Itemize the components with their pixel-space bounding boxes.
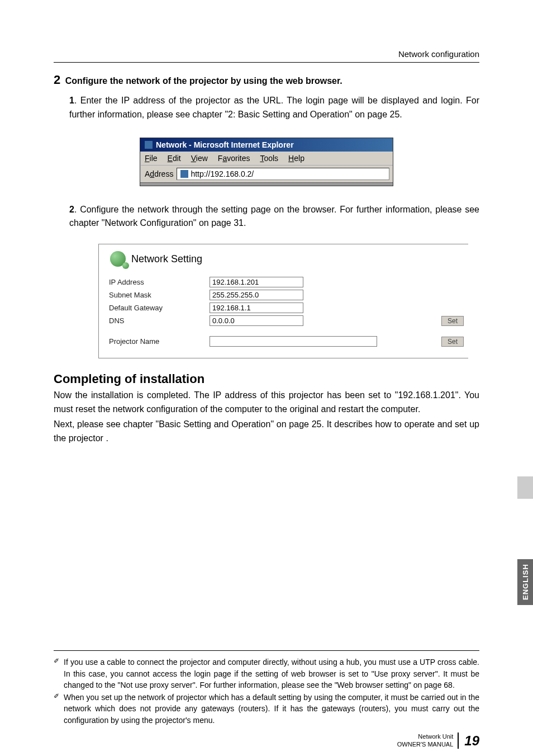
side-tab-inactive [517, 476, 533, 499]
label-subnet-mask: Subnet Mask [109, 291, 210, 299]
ie-url-text: http://192.168.0.2/ [191, 169, 254, 178]
substep-1: 1. Enter the IP address of the projector… [69, 94, 479, 122]
step2-heading: 2 Configure the network of the projector… [54, 73, 479, 87]
ie-titlebar: Network - Microsoft Internet Explorer [140, 138, 393, 152]
panel-title-text: Network Setting [131, 253, 202, 265]
ie-address-bar: Address http://192.168.0.2/ [140, 165, 393, 182]
ie-address-label: Address [145, 169, 173, 178]
step2-number: 2 [54, 73, 60, 87]
completing-para-1: Now the installation is completed. The I… [54, 389, 479, 417]
page-number: 19 [464, 732, 479, 749]
page-footer: Network Unit OWNER'S MANUAL 19 [397, 732, 479, 749]
ie-page-icon [180, 170, 188, 178]
input-ip-address[interactable] [210, 277, 303, 287]
label-default-gateway: Default Gateway [109, 304, 210, 312]
input-default-gateway[interactable] [210, 303, 303, 313]
set-button-name[interactable]: Set [441, 337, 464, 347]
footnotes-block: If you use a cable to connect the projec… [54, 650, 479, 727]
footnote-1: If you use a cable to connect the projec… [54, 656, 479, 691]
input-dns[interactable] [210, 315, 303, 326]
input-subnet-mask[interactable] [210, 290, 303, 300]
set-button-network[interactable]: Set [441, 316, 464, 326]
row-subnet: Subnet Mask [109, 290, 464, 300]
footnote-2: When you set up the network of projector… [54, 692, 479, 726]
substep-2: 2. Configure the network through the set… [69, 203, 479, 231]
substep-1-number: 1 [69, 96, 74, 105]
label-ip-address: IP Address [109, 278, 210, 286]
ie-app-icon [145, 141, 153, 149]
label-projector-name: Projector Name [109, 337, 210, 346]
network-icon [110, 251, 126, 267]
ie-browser-window: Network - Microsoft Internet Explorer Fi… [140, 138, 393, 186]
substep-2-body: Configure the network through the settin… [69, 205, 479, 228]
row-dns: DNS Set [109, 315, 464, 326]
ie-menu-tools[interactable]: Tools [260, 154, 278, 163]
ie-menu-file[interactable]: File [145, 154, 158, 163]
panel-title-row: Network Setting [109, 251, 464, 267]
substep-2-number: 2 [69, 205, 74, 214]
ie-menu-favorites[interactable]: Favorites [218, 154, 250, 163]
row-projector-name: Projector Name Set [109, 336, 464, 347]
label-dns: DNS [109, 316, 210, 325]
ie-window-title: Network - Microsoft Internet Explorer [156, 140, 294, 149]
completing-para-2: Next, please see chapter "Basic Setting … [54, 418, 479, 446]
ie-menu-view[interactable]: View [191, 154, 208, 163]
footer-line-1: Network Unit [397, 733, 454, 740]
ie-bottom-bar [140, 182, 393, 186]
ie-menu-edit[interactable]: Edit [168, 154, 181, 163]
header-section-title: Network configuration [54, 49, 479, 63]
network-setting-panel: Network Setting IP Address Subnet Mask D… [98, 244, 468, 358]
ie-address-input[interactable]: http://192.168.0.2/ [177, 168, 389, 180]
input-projector-name[interactable] [210, 336, 377, 347]
completing-heading: Completing of installation [54, 372, 479, 386]
row-gateway: Default Gateway [109, 303, 464, 313]
substep-1-body: Enter the IP address of the projector as… [69, 96, 479, 119]
ie-menubar: File Edit View Favorites Tools Help [140, 152, 393, 165]
footer-line-2: OWNER'S MANUAL [397, 740, 454, 748]
ie-menu-help[interactable]: Help [288, 154, 304, 163]
side-tab-language: ENGLISH [517, 559, 533, 605]
row-ip: IP Address [109, 277, 464, 287]
step2-text: Configure the network of the projector b… [65, 76, 342, 86]
